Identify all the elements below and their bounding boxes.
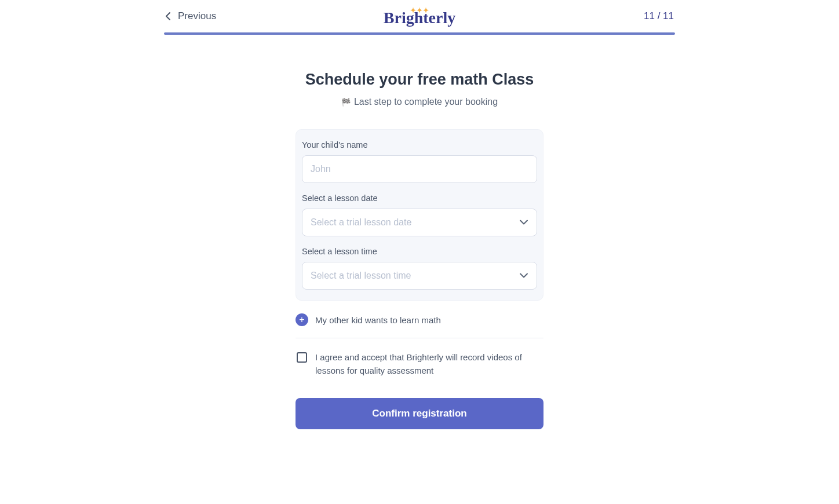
step-counter: 11 / 11 xyxy=(644,10,674,22)
page-subtitle: 🏁 Last step to complete your booking xyxy=(296,97,543,107)
lesson-date-select[interactable]: Select a trial lesson date xyxy=(302,209,537,236)
lesson-time-group: Select a lesson time Select a trial less… xyxy=(302,247,537,290)
previous-button[interactable]: Previous xyxy=(165,10,216,22)
header: Previous ✦ ✦ ✦ Brighterly 11 / 11 xyxy=(164,10,675,32)
consent-row: I agree and accept that Brighterly will … xyxy=(296,338,543,377)
consent-text: I agree and accept that Brighterly will … xyxy=(315,351,543,377)
child-name-label: Your child's name xyxy=(302,140,537,149)
child-name-input[interactable] xyxy=(302,155,537,183)
child-name-group: Your child's name xyxy=(302,140,537,183)
logo-text: Brighterly xyxy=(384,10,455,25)
lesson-date-group: Select a lesson date Select a trial less… xyxy=(302,193,537,236)
page-title: Schedule your free math Class xyxy=(296,71,543,89)
lesson-time-placeholder: Select a trial lesson time xyxy=(311,271,411,281)
lesson-date-placeholder: Select a trial lesson date xyxy=(311,217,411,228)
consent-checkbox[interactable] xyxy=(297,352,307,363)
logo: ✦ ✦ ✦ Brighterly xyxy=(384,8,455,25)
chevron-left-icon xyxy=(165,12,171,21)
checkered-flag-icon: 🏁 xyxy=(341,98,351,107)
add-kid-button[interactable]: + My other kid wants to learn math xyxy=(296,301,543,338)
plus-icon: + xyxy=(296,313,308,326)
subtitle-text: Last step to complete your booking xyxy=(354,97,498,107)
lesson-time-label: Select a lesson time xyxy=(302,247,537,256)
lesson-date-label: Select a lesson date xyxy=(302,193,537,203)
main-content: Schedule your free math Class 🏁 Last ste… xyxy=(296,35,543,429)
lesson-time-select[interactable]: Select a trial lesson time xyxy=(302,262,537,290)
form-card: Your child's name Select a lesson date S… xyxy=(296,129,543,301)
previous-label: Previous xyxy=(178,10,216,22)
confirm-button[interactable]: Confirm registration xyxy=(296,398,543,429)
add-kid-text: My other kid wants to learn math xyxy=(315,315,441,325)
